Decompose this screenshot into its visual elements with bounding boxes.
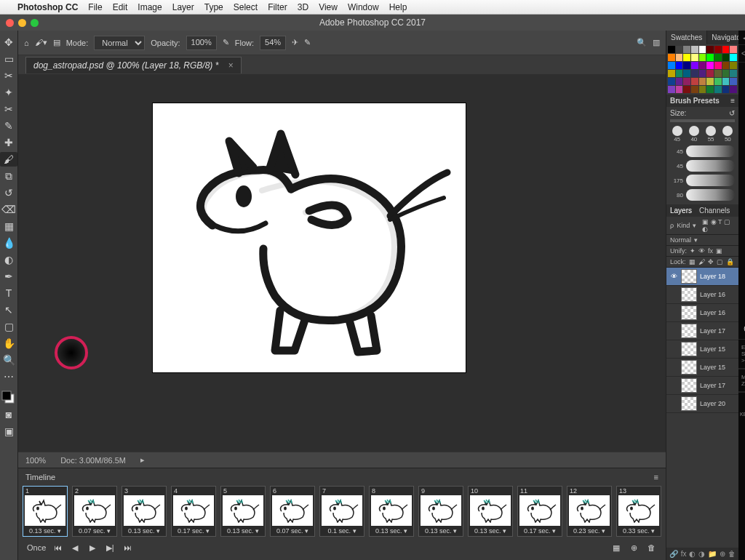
layer-row[interactable]: Layer 17 (666, 377, 738, 395)
layer-row[interactable]: Layer 17 (666, 322, 738, 340)
pen-tool[interactable]: ✒ (0, 269, 17, 284)
frame-duration[interactable]: 0.17 sec. ▾ (524, 526, 556, 536)
swatch[interactable] (676, 46, 683, 53)
frame-duration[interactable]: 0.13 sec. ▾ (425, 526, 457, 536)
history-brush-tool[interactable]: ↺ (0, 185, 17, 200)
swatch[interactable] (691, 46, 698, 53)
dodge-tool[interactable]: ◐ (0, 252, 17, 267)
canvas-workspace[interactable] (18, 74, 666, 452)
workspace-switcher[interactable]: ▥ (653, 38, 660, 47)
marquee-tool[interactable]: ▭ (0, 52, 17, 66)
layer-blend-mode[interactable]: Normal (670, 236, 691, 244)
menu-file[interactable]: File (88, 2, 102, 12)
menu-help[interactable]: Help (389, 2, 407, 12)
layer-thumbnail[interactable] (681, 305, 697, 320)
eyedropper-tool[interactable]: ✎ (0, 119, 17, 133)
astropad-shortcut-new-layer[interactable]: New Layer (738, 260, 745, 280)
swatches-tab[interactable]: Swatches (666, 31, 707, 44)
frame-duration[interactable]: 0.23 sec. ▾ (573, 526, 605, 536)
layer-row[interactable]: Layer 16 (666, 304, 738, 322)
swatch[interactable] (722, 86, 730, 93)
swatch[interactable] (722, 54, 730, 61)
layer-row[interactable]: Layer 20 (666, 395, 738, 413)
astropad-shortcut-brush-[interactable]: Brush + (738, 182, 745, 201)
swatch[interactable] (668, 46, 675, 53)
doc-size[interactable]: Doc: 3.00M/86.5M (60, 456, 126, 465)
swatch[interactable] (683, 78, 690, 85)
astropad-move-zoom[interactable]: MOVE & ZOOM > (738, 369, 745, 392)
duplicate-frame-icon[interactable]: ⊕ (628, 543, 640, 553)
link-layers-icon[interactable]: 🔗 (669, 550, 678, 558)
brush-preset[interactable]: 45 (672, 126, 682, 143)
astropad-shortcut-paste[interactable]: Paste (738, 300, 745, 319)
layer-thumbnail[interactable] (681, 378, 697, 393)
astropad-shortcut-zoom-in[interactable]: Zoom In (738, 221, 745, 241)
swatch[interactable] (699, 46, 706, 53)
layer-row[interactable]: 👁Layer 18 (666, 268, 738, 286)
frame-duration[interactable]: 0.13 sec. ▾ (29, 526, 61, 536)
swatch[interactable] (714, 62, 722, 69)
swatch[interactable] (714, 78, 722, 85)
loop-select[interactable]: Once (27, 543, 46, 552)
astropad-shortcut-brush[interactable]: Brush (738, 143, 745, 162)
delete-layer-icon[interactable]: 🗑 (728, 550, 736, 558)
astropad-keyboard-button[interactable]: ⌨KEYBOARD (738, 393, 745, 426)
menu-layer[interactable]: Layer (172, 2, 194, 12)
astropad-shortcut-color-picker[interactable]: Color Picker (738, 319, 745, 339)
lock-all-icon[interactable]: 🔒 (726, 258, 734, 265)
swatch[interactable] (714, 86, 722, 93)
astropad-shortcut-eraser[interactable]: Eraser (738, 162, 745, 182)
astropad-studio-button[interactable]: < STUDIO (738, 45, 745, 63)
pressure-size-icon[interactable]: ✎ (304, 38, 311, 47)
timeline-frame[interactable]: 40.17 sec. ▾ (171, 486, 216, 537)
swatch[interactable] (683, 70, 690, 77)
layer-visibility-icon[interactable]: 👁 (669, 273, 678, 280)
swatch[interactable] (668, 86, 675, 93)
lasso-tool[interactable]: ✂ (0, 68, 17, 83)
menu-filter[interactable]: Filter (268, 2, 287, 12)
swatch[interactable] (691, 62, 698, 69)
propagate-icon[interactable]: ▣ (716, 247, 722, 255)
brush-flip-icon[interactable]: ↺ (729, 109, 735, 117)
play-button[interactable]: ▶ (87, 543, 98, 553)
first-frame-button[interactable]: ⏮ (52, 543, 63, 553)
menu-select[interactable]: Select (234, 2, 258, 12)
close-window-button[interactable] (6, 19, 14, 27)
swatch[interactable] (706, 86, 714, 93)
brush-preset-picker[interactable]: 🖌▾ (35, 38, 47, 47)
swatch[interactable] (668, 70, 675, 77)
timeline-frame[interactable]: 110.17 sec. ▾ (517, 486, 562, 537)
swatch[interactable] (730, 54, 737, 61)
lock-pixels-icon[interactable]: 🖌 (698, 258, 705, 265)
swatch[interactable] (722, 70, 730, 77)
move-tool[interactable]: ✥ (0, 35, 17, 49)
lock-artboard-icon[interactable]: ▢ (717, 258, 723, 265)
zoom-tool[interactable]: 🔍 (0, 353, 17, 367)
layer-thumbnail[interactable] (681, 324, 697, 338)
menu-edit[interactable]: Edit (113, 2, 128, 12)
astropad-edit-shortcuts[interactable]: EDIT SHORTCUTS > (738, 339, 745, 369)
swatch[interactable] (730, 86, 737, 93)
zoom-level[interactable]: 100% (25, 456, 46, 465)
healing-brush-tool[interactable]: ✚ (0, 135, 17, 150)
quick-mask-toggle[interactable]: ◙ (0, 407, 17, 422)
swatch[interactable] (699, 78, 706, 85)
document-tab[interactable]: dog_astropad.psd @ 100% (Layer 18, RGB/8… (25, 57, 242, 73)
layer-thumbnail[interactable] (681, 396, 697, 411)
swatch[interactable] (691, 86, 698, 93)
screen-mode-toggle[interactable]: ▣ (0, 424, 17, 439)
swatch[interactable] (676, 78, 683, 85)
layer-thumbnail[interactable] (681, 342, 697, 356)
swatch[interactable] (722, 46, 730, 53)
next-frame-button[interactable]: ▶| (104, 543, 116, 553)
frame-duration[interactable]: 0.17 sec. ▾ (178, 526, 210, 536)
brush-panel-toggle[interactable]: ▤ (53, 38, 60, 47)
swatch[interactable] (668, 62, 675, 69)
swatch[interactable] (668, 54, 675, 61)
timeline-frame[interactable]: 100.13 sec. ▾ (468, 486, 513, 537)
layer-row[interactable]: Layer 16 (666, 286, 738, 304)
lock-position-icon[interactable]: ✥ (708, 258, 714, 265)
menu-image[interactable]: Image (138, 2, 162, 12)
swatch[interactable] (683, 54, 690, 61)
timeline-frame[interactable]: 120.23 sec. ▾ (567, 486, 612, 537)
